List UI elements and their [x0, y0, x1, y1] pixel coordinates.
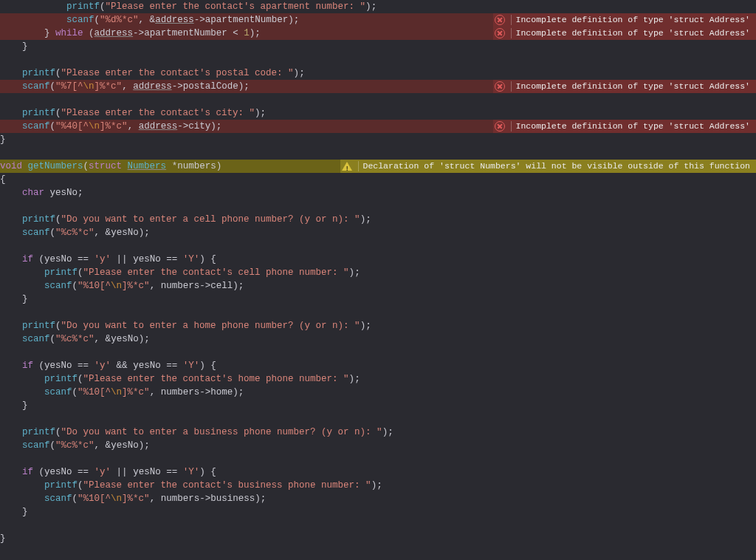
code-line[interactable] — [0, 346, 756, 359]
code-line-error[interactable]: scanf("%40[^\n]%*c", address->city);Inco… — [0, 120, 756, 133]
error-icon — [493, 120, 506, 133]
code-line[interactable]: printf("Do you want to enter a home phon… — [0, 319, 756, 332]
code-line[interactable]: } — [0, 505, 756, 519]
code-line[interactable]: scanf("%c%*c", &yesNo); — [0, 332, 756, 346]
code-line-error[interactable]: scanf("%d%*c", &address->apartmentNumber… — [0, 13, 756, 27]
code-line[interactable]: if (yesNo == 'y' || yesNo == 'Y') { — [0, 253, 756, 266]
code-line[interactable]: } — [0, 40, 756, 53]
code-line[interactable]: if (yesNo == 'y' && yesNo == 'Y') { — [0, 359, 756, 372]
error-icon — [493, 27, 506, 40]
warning-icon — [340, 160, 354, 173]
error-message: Incomplete definition of type 'struct Ad… — [516, 13, 750, 27]
code-line[interactable]: char yesNo; — [0, 186, 756, 199]
error-message: Incomplete definition of type 'struct Ad… — [516, 120, 750, 133]
code-editor-area[interactable]: printf("Please enter the contact's apart… — [0, 0, 756, 545]
code-line[interactable] — [0, 306, 756, 319]
code-line-error[interactable]: scanf("%7[^\n]%*c", address->postalCode)… — [0, 80, 756, 93]
function-name: getNumbers — [28, 161, 83, 171]
code-line[interactable]: scanf("%10[^\n]%*c", numbers->business); — [0, 492, 756, 505]
code-line[interactable]: scanf("%10[^\n]%*c", numbers->home); — [0, 386, 756, 399]
warning-annotation[interactable]: Declaration of 'struct Numbers' will not… — [340, 160, 757, 173]
warning-message: Declaration of 'struct Numbers' will not… — [363, 160, 751, 173]
code-line[interactable] — [0, 239, 756, 253]
code-line[interactable] — [0, 93, 756, 106]
error-annotation[interactable]: Incomplete definition of type 'struct Ad… — [493, 13, 756, 27]
code-line[interactable]: printf("Do you want to enter a cell phon… — [0, 213, 756, 226]
code-line[interactable]: } — [0, 399, 756, 412]
code-line[interactable]: scanf("%10[^\n]%*c", numbers->cell); — [0, 279, 756, 293]
error-annotation[interactable]: Incomplete definition of type 'struct Ad… — [493, 27, 756, 40]
code-line-error[interactable]: } while (address->apartmentNumber < 1);I… — [0, 27, 756, 40]
code-line[interactable] — [0, 519, 756, 532]
code-line[interactable]: printf("Please enter the contact's cell … — [0, 266, 756, 279]
printf-call: printf — [66, 1, 100, 12]
error-icon — [493, 80, 506, 93]
scanf-call: scanf — [66, 15, 94, 25]
code-line[interactable]: printf("Please enter the contact's posta… — [0, 66, 756, 80]
code-line[interactable]: { — [0, 173, 756, 186]
error-annotation[interactable]: Incomplete definition of type 'struct Ad… — [493, 120, 756, 133]
code-line[interactable] — [0, 146, 756, 160]
code-line[interactable]: printf("Please enter the contact's apart… — [0, 0, 756, 13]
code-line[interactable]: if (yesNo == 'y' || yesNo == 'Y') { — [0, 465, 756, 479]
code-line[interactable]: printf("Please enter the contact's busin… — [0, 479, 756, 492]
code-line[interactable]: } — [0, 133, 756, 146]
code-line[interactable]: } — [0, 532, 756, 545]
code-line[interactable] — [0, 452, 756, 465]
error-annotation[interactable]: Incomplete definition of type 'struct Ad… — [493, 80, 756, 93]
error-icon — [493, 13, 506, 27]
code-line-warning[interactable]: void getNumbers(struct Numbers *numbers)… — [0, 160, 756, 173]
code-line[interactable] — [0, 53, 756, 66]
error-message: Incomplete definition of type 'struct Ad… — [516, 80, 750, 93]
code-line[interactable]: printf("Do you want to enter a business … — [0, 426, 756, 439]
code-line[interactable]: printf("Please enter the contact's city:… — [0, 106, 756, 120]
code-line[interactable] — [0, 199, 756, 213]
code-line[interactable]: scanf("%c%*c", &yesNo); — [0, 439, 756, 452]
code-line[interactable]: printf("Please enter the contact's home … — [0, 372, 756, 386]
code-line[interactable]: } — [0, 293, 756, 306]
code-line[interactable]: scanf("%c%*c", &yesNo); — [0, 226, 756, 239]
error-message: Incomplete definition of type 'struct Ad… — [516, 27, 750, 40]
code-line[interactable] — [0, 412, 756, 426]
